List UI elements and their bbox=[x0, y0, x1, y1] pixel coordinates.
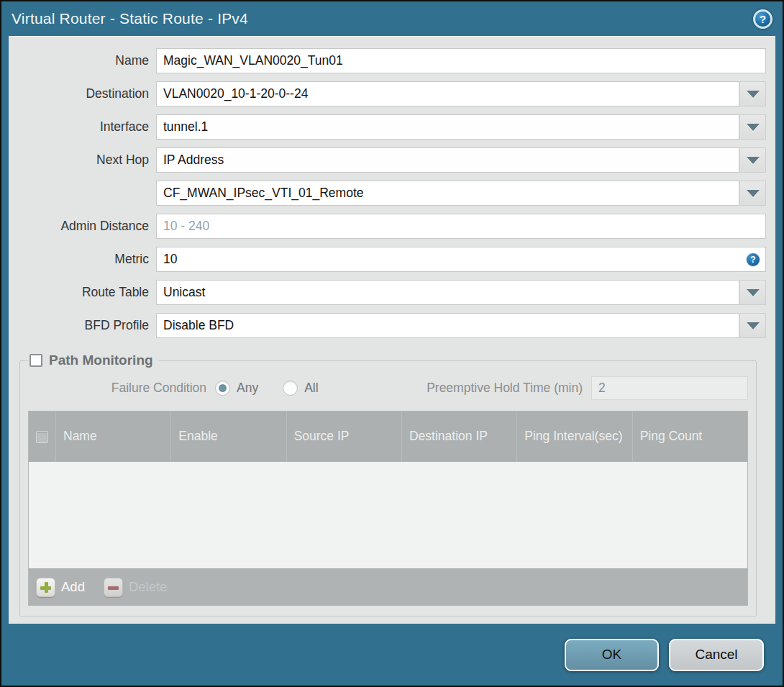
form-row-metric: Metric ? bbox=[9, 247, 766, 272]
column-header-name[interactable]: Name bbox=[56, 411, 171, 462]
failure-condition-row: Failure Condition Any All Preemptive Hol… bbox=[28, 376, 748, 401]
interface-input[interactable] bbox=[156, 114, 739, 140]
path-monitoring-table: Name Enable Source IP Destination IP Pin… bbox=[28, 411, 748, 606]
help-icon[interactable]: ? bbox=[753, 9, 772, 29]
failure-condition-all-label: All bbox=[304, 381, 318, 396]
chevron-down-icon bbox=[747, 322, 760, 329]
route-table-label: Route Table bbox=[9, 285, 156, 300]
preemptive-hold-group: Preemptive Hold Time (min) bbox=[427, 376, 748, 400]
failure-condition-any-radio[interactable] bbox=[215, 381, 230, 396]
chevron-down-icon bbox=[747, 124, 760, 131]
next-hop-dropdown-button[interactable] bbox=[739, 147, 766, 173]
next-hop-address-dropdown-button[interactable] bbox=[739, 181, 766, 206]
form-row-next-hop: Next Hop bbox=[9, 147, 766, 173]
cancel-button[interactable]: Cancel bbox=[669, 639, 764, 671]
form-row-route-table: Route Table bbox=[9, 280, 766, 305]
metric-input[interactable] bbox=[156, 247, 766, 272]
dialog-footer: OK Cancel bbox=[1, 624, 783, 686]
path-monitoring-title: Path Monitoring bbox=[49, 352, 153, 368]
table-body-empty bbox=[29, 462, 747, 568]
chevron-down-icon bbox=[747, 190, 760, 197]
next-hop-address-input[interactable] bbox=[156, 181, 739, 206]
bfd-profile-label: BFD Profile bbox=[9, 318, 156, 333]
form-row-bfd-profile: BFD Profile bbox=[9, 313, 766, 338]
destination-label: Destination bbox=[9, 86, 156, 101]
table-header-checkbox-cell bbox=[29, 411, 56, 462]
interface-label: Interface bbox=[9, 119, 156, 135]
name-input[interactable] bbox=[156, 48, 766, 73]
select-all-checkbox[interactable] bbox=[36, 431, 48, 443]
bfd-profile-dropdown-button[interactable] bbox=[739, 313, 766, 338]
column-header-source-ip[interactable]: Source IP bbox=[287, 411, 402, 462]
path-monitoring-legend: Path Monitoring bbox=[28, 352, 159, 368]
form-row-name: Name bbox=[9, 48, 766, 73]
dialog-titlebar: Virtual Router - Static Route - IPv4 ? bbox=[1, 1, 783, 36]
chevron-down-icon bbox=[747, 289, 760, 296]
chevron-down-icon bbox=[747, 91, 760, 98]
static-route-dialog: Virtual Router - Static Route - IPv4 ? N… bbox=[0, 0, 784, 687]
add-button-label: Add bbox=[61, 579, 85, 595]
ok-button[interactable]: OK bbox=[565, 639, 659, 671]
next-hop-type-input[interactable] bbox=[156, 147, 739, 173]
failure-condition-all-radio[interactable] bbox=[283, 381, 298, 396]
column-header-ping-interval[interactable]: Ping Interval(sec) bbox=[517, 411, 632, 462]
name-label: Name bbox=[9, 53, 156, 68]
column-header-enable[interactable]: Enable bbox=[171, 411, 286, 462]
form-row-admin-distance: Admin Distance bbox=[9, 214, 766, 239]
table-toolbar: Add Delete bbox=[29, 568, 747, 606]
form-row-next-hop-address bbox=[9, 181, 766, 206]
failure-condition-any-label: Any bbox=[237, 381, 258, 396]
add-plus-icon bbox=[36, 578, 55, 597]
preemptive-hold-label: Preemptive Hold Time (min) bbox=[427, 381, 591, 396]
delete-button[interactable]: Delete bbox=[104, 578, 167, 597]
route-table-dropdown-button[interactable] bbox=[739, 280, 766, 305]
bfd-profile-input[interactable] bbox=[156, 313, 739, 338]
interface-dropdown-button[interactable] bbox=[739, 114, 766, 140]
delete-minus-icon bbox=[104, 578, 123, 597]
info-icon: ? bbox=[747, 253, 760, 266]
destination-input[interactable] bbox=[156, 81, 739, 106]
dialog-title: Virtual Router - Static Route - IPv4 bbox=[12, 10, 248, 27]
admin-distance-label: Admin Distance bbox=[9, 219, 156, 234]
next-hop-label: Next Hop bbox=[9, 153, 156, 168]
path-monitoring-checkbox[interactable] bbox=[29, 354, 42, 367]
dialog-body: Name Destination Interface bbox=[9, 36, 775, 624]
table-header-row: Name Enable Source IP Destination IP Pin… bbox=[29, 411, 747, 462]
delete-button-label: Delete bbox=[129, 579, 167, 595]
destination-dropdown-button[interactable] bbox=[739, 81, 766, 106]
path-monitoring-section: Path Monitoring Failure Condition Any Al… bbox=[19, 352, 757, 617]
failure-condition-label: Failure Condition bbox=[28, 381, 215, 396]
column-header-ping-count[interactable]: Ping Count bbox=[633, 411, 747, 462]
form-row-destination: Destination bbox=[9, 81, 766, 106]
route-table-input[interactable] bbox=[156, 280, 739, 305]
chevron-down-icon bbox=[747, 157, 760, 164]
preemptive-hold-input[interactable] bbox=[591, 376, 748, 400]
admin-distance-input[interactable] bbox=[156, 214, 766, 239]
metric-label: Metric bbox=[9, 252, 156, 267]
column-header-destination-ip[interactable]: Destination IP bbox=[402, 411, 517, 462]
add-button[interactable]: Add bbox=[36, 578, 85, 597]
form-row-interface: Interface bbox=[9, 114, 766, 140]
